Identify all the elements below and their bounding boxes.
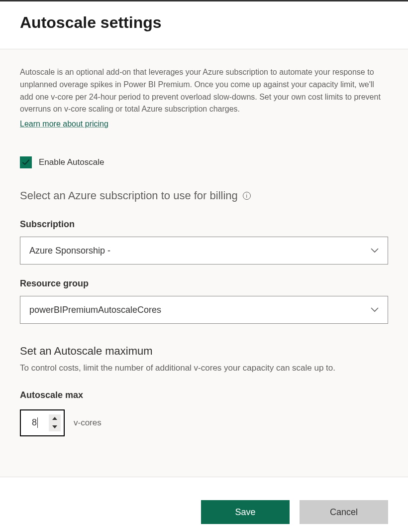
header: Autoscale settings: [0, 1, 408, 49]
chevron-down-icon: [371, 305, 379, 314]
max-description: To control costs, limit the number of ad…: [20, 362, 388, 375]
spinner-controls: [49, 414, 61, 431]
autoscale-settings-dialog: Autoscale settings Autoscale is an optio…: [0, 0, 408, 532]
settings-panel: Autoscale is an optional add-on that lev…: [0, 49, 408, 477]
chevron-down-icon: [371, 246, 379, 255]
step-up-button[interactable]: [49, 414, 61, 423]
autoscale-max-value: 8: [32, 417, 38, 428]
learn-more-pricing-link[interactable]: Learn more about pricing: [20, 120, 108, 128]
subscription-label: Subscription: [20, 219, 388, 230]
autoscale-max-input[interactable]: 8: [20, 409, 65, 436]
caret-down-icon: [52, 425, 57, 428]
enable-autoscale-label: Enable Autoscale: [39, 157, 104, 167]
step-down-button[interactable]: [49, 423, 61, 431]
subscription-select[interactable]: Azure Sponsorship -: [20, 237, 388, 265]
description-text: Autoscale is an optional add-on that lev…: [20, 66, 388, 116]
checkmark-icon: [22, 158, 30, 166]
billing-heading: Select an Azure subscription to use for …: [20, 189, 388, 202]
subscription-value: Azure Sponsorship -: [29, 246, 371, 256]
max-heading: Set an Autoscale maximum: [20, 345, 388, 358]
autoscale-max-row: 8 v-cores: [20, 409, 388, 436]
footer-buttons: Save Cancel: [201, 500, 388, 524]
autoscale-max-label: Autoscale max: [20, 390, 388, 400]
resource-group-label: Resource group: [20, 278, 388, 289]
resource-group-value: powerBIPremiumAutoscaleCores: [29, 305, 371, 315]
cancel-button[interactable]: Cancel: [300, 500, 388, 524]
enable-autoscale-checkbox[interactable]: [20, 156, 32, 168]
save-button[interactable]: Save: [201, 500, 290, 524]
info-icon[interactable]: i: [243, 192, 251, 200]
caret-up-icon: [52, 417, 57, 420]
enable-autoscale-row: Enable Autoscale: [20, 156, 388, 168]
page-title: Autoscale settings: [20, 13, 388, 32]
resource-group-select[interactable]: powerBIPremiumAutoscaleCores: [20, 296, 388, 324]
billing-heading-text: Select an Azure subscription to use for …: [20, 189, 238, 202]
autoscale-max-units: v-cores: [74, 418, 102, 428]
